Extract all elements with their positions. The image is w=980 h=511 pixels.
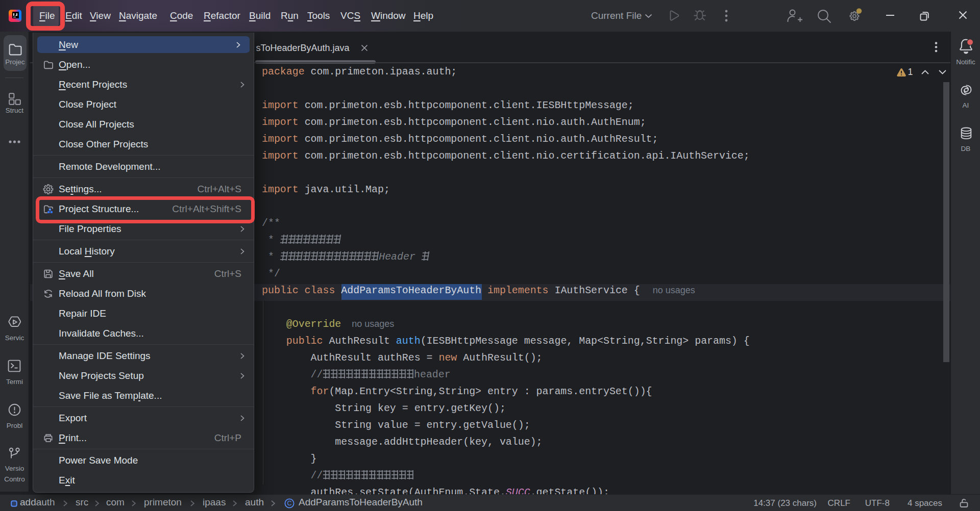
svg-text:C: C bbox=[287, 500, 291, 507]
